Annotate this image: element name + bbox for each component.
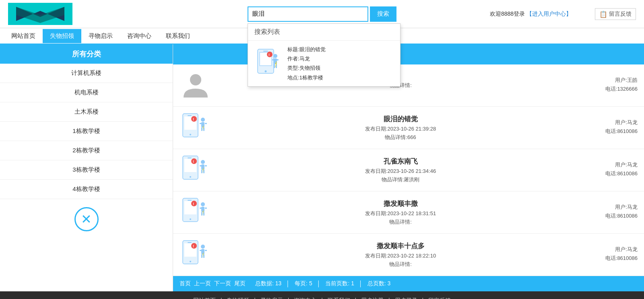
pagination-next[interactable]: 下一页 bbox=[214, 280, 231, 287]
item-phone-4: 电话:8610086 bbox=[589, 255, 638, 262]
search-input[interactable] bbox=[248, 6, 368, 22]
item-user-1: 用户:马龙 电话:8610086 bbox=[589, 119, 638, 137]
svg-text:!: ! bbox=[193, 244, 194, 248]
footer-link-feedback[interactable]: 留言反馈 bbox=[428, 297, 451, 299]
footer: 网站首页 | 失物招领 | 寻物启示 | 咨询中心 | 联系我们 | 用户注册 … bbox=[0, 291, 644, 299]
item-username-0: 用户:王皓 bbox=[589, 77, 638, 84]
svg-rect-50 bbox=[200, 208, 202, 209]
svg-point-21 bbox=[190, 134, 191, 135]
svg-rect-40 bbox=[203, 170, 204, 173]
item-date-2: 发布日期:2023-10-26 21:34:46 bbox=[218, 168, 583, 175]
pagination-total: 总数据: 13 bbox=[255, 280, 281, 287]
item-body: 撒发顺丰撒 发布日期:2023-10-22 18:31:51 物品详情: bbox=[218, 199, 583, 226]
svg-point-17 bbox=[190, 74, 201, 85]
item-title-1: 眼泪的错觉 bbox=[218, 114, 583, 124]
item-user-3: 用户:马龙 电话:8610086 bbox=[589, 203, 638, 221]
footer-link-consult[interactable]: 咨询中心 bbox=[294, 297, 316, 299]
sidebar-item-civil[interactable]: 土木系楼 bbox=[0, 102, 173, 122]
item-detail-3: 物品详情: bbox=[218, 218, 583, 226]
item-detail-2: 物品详情:屠洪刚 bbox=[218, 176, 583, 183]
svg-point-54 bbox=[191, 201, 197, 206]
svg-rect-39 bbox=[201, 170, 202, 173]
svg-rect-36 bbox=[201, 164, 204, 170]
svg-text:!: ! bbox=[193, 202, 194, 206]
svg-rect-66 bbox=[203, 254, 204, 258]
svg-rect-59 bbox=[188, 242, 192, 243]
sidebar-item-building1[interactable]: 1栋教学楼 bbox=[0, 122, 173, 141]
item-user-4: 用户:马龙 电话:8610086 bbox=[589, 246, 638, 264]
svg-point-48 bbox=[201, 202, 205, 206]
nav-item-lost[interactable]: 失物招领 bbox=[43, 29, 81, 43]
feedback-button[interactable]: 📋 留言反馈 bbox=[595, 8, 636, 20]
user-center-link[interactable]: 【进入用户中心】 bbox=[526, 10, 572, 17]
svg-point-61 bbox=[201, 245, 205, 249]
pagination-prev[interactable]: 上一页 bbox=[194, 280, 211, 287]
item-title-3: 撒发顺丰撒 bbox=[218, 199, 583, 208]
footer-link-contact[interactable]: 联系我们 bbox=[328, 297, 350, 299]
svg-rect-38 bbox=[205, 165, 207, 166]
pagination-perpage: 每页: 5 bbox=[295, 280, 312, 287]
item-username-1: 用户:马龙 bbox=[589, 119, 638, 126]
search-result-text: 标题:眼泪的错觉 作者:马龙 类型:失物招领 地点:1栋教学楼 bbox=[287, 45, 326, 83]
item-thumbnail: ! bbox=[180, 112, 212, 144]
svg-text:!: ! bbox=[193, 160, 194, 164]
svg-rect-25 bbox=[205, 123, 207, 124]
list-item[interactable]: ! 撒发顺丰撒 发布日期:2023-10-22 18:31:51 物品详情: 用… bbox=[173, 191, 644, 234]
item-detail-1: 物品详情:666 bbox=[218, 134, 583, 141]
item-date-3: 发布日期:2023-10-22 18:31:51 bbox=[218, 210, 583, 217]
item-date-4: 发布日期:2023-10-22 18:22:10 bbox=[218, 252, 583, 260]
list-item[interactable]: ! 孔雀东南飞 发布日期:2023-10-26 21:34:46 物品详情:屠洪… bbox=[173, 149, 644, 191]
nav-item-search[interactable]: 寻物启示 bbox=[81, 29, 120, 43]
item-username-2: 用户:马龙 bbox=[589, 161, 638, 168]
svg-point-34 bbox=[190, 176, 191, 178]
item-phone-0: 电话:1326666 bbox=[589, 85, 638, 93]
footer-link-register[interactable]: 用户注册 bbox=[361, 297, 384, 299]
footer-link-home[interactable]: 网站首页 bbox=[193, 297, 216, 299]
svg-rect-62 bbox=[201, 249, 204, 254]
pagination-first[interactable]: 首页 bbox=[180, 280, 191, 287]
sidebar-item-building4[interactable]: 4栋教学楼 bbox=[0, 180, 173, 199]
sidebar-item-building2[interactable]: 2栋教学楼 bbox=[0, 141, 173, 160]
footer-link-lost[interactable]: 失物招领 bbox=[227, 297, 249, 299]
footer-link-find[interactable]: 寻物启示 bbox=[260, 297, 283, 299]
item-phone-3: 电话:8610086 bbox=[589, 212, 638, 220]
sidebar-close-area: ✕ bbox=[0, 199, 173, 239]
sidebar-item-computer[interactable]: 计算机系楼 bbox=[0, 64, 173, 83]
search-dropdown-title: 搜索列表 bbox=[248, 24, 400, 41]
svg-rect-23 bbox=[201, 122, 204, 127]
list-item[interactable]: ! 眼泪的错觉 发布日期:2023-10-26 21:39:28 物品详情:66… bbox=[173, 107, 644, 149]
footer-link-login[interactable]: 用户登录 bbox=[395, 297, 417, 299]
nav-item-home[interactable]: 网站首页 bbox=[4, 29, 43, 43]
sidebar-item-mechanical[interactable]: 机电系楼 bbox=[0, 83, 173, 102]
svg-point-8 bbox=[273, 54, 277, 58]
svg-point-67 bbox=[191, 243, 197, 249]
close-button[interactable]: ✕ bbox=[74, 207, 99, 231]
list-item[interactable]: ! 撒发顺丰十点多 发布日期:2023-10-22 18:22:10 物品详情:… bbox=[173, 234, 644, 276]
list-item[interactable]: 物品详情: 用户:王皓 电话:1326666 bbox=[173, 64, 644, 107]
item-user-2: 用户:马龙 电话:8610086 bbox=[589, 161, 638, 179]
search-result-item[interactable]: ! 标题:眼泪的错觉 作者:马龙 类型:失物招领 地点:1栋教学楼 bbox=[248, 41, 400, 87]
svg-point-41 bbox=[191, 158, 197, 164]
svg-rect-63 bbox=[200, 250, 202, 251]
search-button[interactable]: 搜索 bbox=[370, 6, 396, 22]
close-icon: ✕ bbox=[81, 213, 92, 226]
item-title-2: 孔雀东南飞 bbox=[218, 157, 583, 166]
svg-point-60 bbox=[190, 261, 191, 262]
logo bbox=[8, 3, 72, 25]
sidebar-item-building3[interactable]: 3栋教学楼 bbox=[0, 160, 173, 180]
svg-rect-46 bbox=[188, 200, 192, 201]
nav-item-consult[interactable]: 咨询中心 bbox=[120, 29, 159, 43]
search-dropdown: 搜索列表 bbox=[248, 23, 400, 87]
svg-rect-11 bbox=[276, 59, 279, 60]
svg-rect-12 bbox=[274, 64, 275, 68]
item-phone-1: 电话:8610086 bbox=[589, 128, 638, 135]
pagination-sep2: │ bbox=[286, 280, 290, 287]
svg-text:!: ! bbox=[193, 117, 194, 121]
svg-rect-49 bbox=[201, 207, 204, 212]
nav-item-contact[interactable]: 联系我们 bbox=[159, 29, 197, 43]
svg-rect-20 bbox=[188, 115, 192, 116]
pagination-last[interactable]: 尾页 bbox=[234, 280, 246, 287]
item-date-1: 发布日期:2023-10-26 21:39:28 bbox=[218, 125, 583, 133]
content-header bbox=[173, 44, 644, 64]
sidebar: 所有分类 计算机系楼 机电系楼 土木系楼 1栋教学楼 2栋教学楼 3栋教学楼 4… bbox=[0, 44, 173, 291]
